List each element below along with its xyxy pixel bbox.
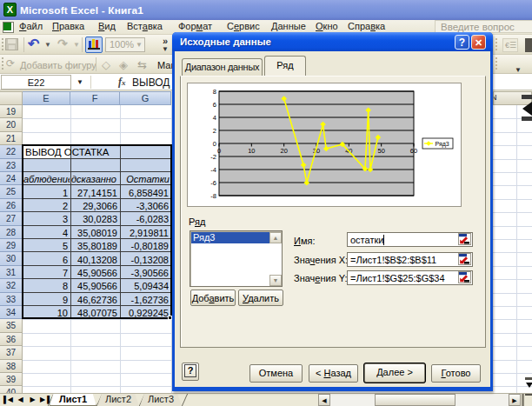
svg-text:6: 6 [213,101,216,109]
svg-text:50: 50 [377,147,384,155]
svg-text:10: 10 [248,147,255,155]
svg-text:8: 8 [213,88,216,96]
svg-text:Ряд3: Ряд3 [436,141,449,148]
svg-text:4: 4 [213,114,216,122]
svg-text:-4: -4 [210,166,216,174]
svg-text:2: 2 [213,127,216,135]
svg-text:-2: -2 [210,153,216,161]
svg-text:-6: -6 [210,179,216,187]
svg-text:0: 0 [213,140,216,148]
svg-text:20: 20 [280,147,287,155]
svg-text:-8: -8 [210,192,216,200]
svg-text:60: 60 [410,147,417,155]
svg-text:0: 0 [217,147,221,155]
